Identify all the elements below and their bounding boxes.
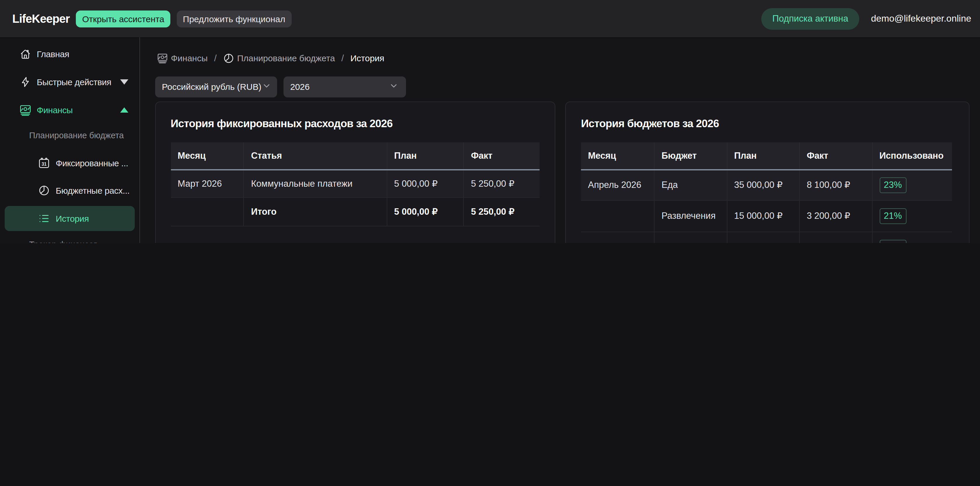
svg-text:31: 31	[42, 162, 47, 167]
